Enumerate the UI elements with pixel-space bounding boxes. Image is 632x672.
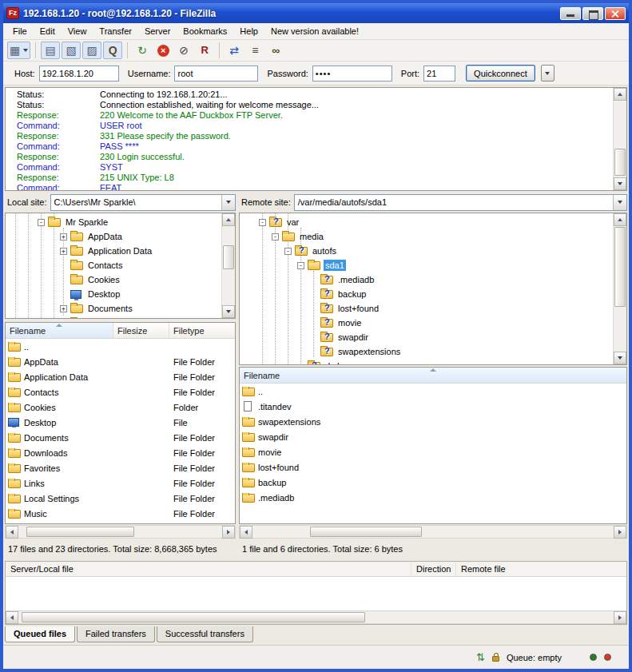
menu-transfer[interactable]: Transfer [93, 25, 138, 38]
tree-item-sda1[interactable]: - sda1 [240, 258, 626, 272]
file-row[interactable]: .. [6, 339, 235, 354]
scroll-up-button[interactable] [614, 88, 626, 101]
file-row[interactable]: Application Data File Folder [6, 369, 235, 384]
horizontal-scrollbar[interactable] [5, 525, 236, 539]
file-row[interactable]: Links File Folder [6, 475, 235, 491]
site-manager-button[interactable]: ▦ [7, 42, 30, 59]
tree-item-var[interactable]: - var [240, 215, 626, 229]
tree-item-movie[interactable]: movie [240, 316, 626, 330]
tree-item-swapdir[interactable]: swapdir [240, 330, 626, 344]
speed-limits-icon[interactable]: ⇅ [476, 651, 485, 663]
file-row[interactable]: .mediadb [240, 490, 626, 505]
collapse-toggle-icon[interactable]: - [272, 233, 279, 241]
column-header-server-local-file[interactable]: Server/Local file [6, 562, 411, 576]
scroll-left-button[interactable] [6, 611, 18, 624]
synchronized-browsing-button[interactable]: ≡ [245, 42, 264, 59]
tree-item-cookies[interactable]: Cookies [6, 272, 235, 287]
column-header-remote-file[interactable]: Remote file [456, 562, 626, 576]
find-files-button[interactable]: ∞ [266, 42, 285, 59]
scroll-down-button[interactable] [614, 177, 626, 190]
refresh-button[interactable]: ↻ [133, 42, 152, 59]
maximize-button[interactable] [582, 7, 603, 20]
quickconnect-dropdown-button[interactable] [541, 65, 554, 82]
file-row[interactable]: Contacts File Folder [6, 384, 235, 400]
file-row[interactable]: Favorites File Folder [6, 460, 235, 475]
tab-failed-transfers[interactable]: Failed transfers [77, 626, 155, 642]
filename-filters-button[interactable]: Q [103, 42, 122, 59]
tree-item-backup[interactable]: backup [240, 287, 626, 301]
tree-item-mr-sparkle[interactable]: - Mr Sparkle [6, 215, 235, 229]
scrollbar-thumb[interactable] [26, 527, 134, 537]
file-row[interactable]: .titandev [240, 399, 626, 414]
scrollbar-thumb[interactable] [614, 149, 626, 176]
menu-file[interactable]: File [6, 25, 34, 38]
scroll-right-button[interactable] [222, 526, 235, 539]
scroll-right-button[interactable] [614, 611, 626, 624]
tab-successful-transfers[interactable]: Successful transfers [157, 626, 253, 642]
expand-toggle-icon[interactable]: + [60, 248, 67, 255]
file-row[interactable]: Cookies Folder [6, 400, 235, 415]
collapse-toggle-icon[interactable]: - [297, 262, 304, 269]
toggle-log-button[interactable]: ▤ [41, 42, 60, 59]
file-row[interactable]: movie [240, 444, 626, 459]
file-row[interactable]: lost+found [240, 459, 626, 475]
combo-dropdown-button[interactable] [221, 195, 235, 210]
disconnect-button[interactable]: ⊘ [174, 42, 193, 59]
horizontal-scrollbar[interactable] [239, 525, 627, 539]
menu-view[interactable]: View [62, 25, 93, 38]
password-input[interactable] [312, 66, 392, 82]
collapse-toggle-icon[interactable]: - [284, 248, 292, 255]
column-header-filesize[interactable]: Filesize [113, 323, 169, 338]
host-input[interactable] [39, 66, 119, 82]
cancel-button[interactable]: × [153, 42, 173, 59]
column-header-direction[interactable]: Direction [411, 562, 456, 576]
file-row[interactable]: swapextensions [240, 414, 626, 429]
tree-item-dvd[interactable]: dvd [240, 359, 626, 365]
tree-item-media[interactable]: - media [240, 229, 626, 244]
menu-bookmarks[interactable]: Bookmarks [177, 25, 233, 38]
scroll-right-button[interactable] [614, 526, 626, 539]
menu-help[interactable]: Help [233, 25, 264, 38]
column-header-filename[interactable]: Filename [6, 323, 113, 338]
close-button[interactable] [605, 7, 626, 20]
menu-server[interactable]: Server [138, 25, 177, 38]
scroll-left-button[interactable] [240, 526, 252, 539]
tree-item-autofs[interactable]: - autofs [240, 244, 626, 258]
port-input[interactable] [423, 66, 455, 82]
tree-item-contacts[interactable]: Contacts [6, 258, 235, 272]
tree-item-desktop[interactable]: Desktop [6, 287, 235, 301]
file-row[interactable]: swapdir [240, 429, 626, 444]
tree-item-swapextensions[interactable]: swapextensions [240, 344, 626, 359]
quickconnect-button[interactable]: Quickconnect [466, 65, 535, 82]
file-row[interactable]: Documents File Folder [6, 430, 235, 445]
column-header-filetype[interactable]: Filetype [169, 323, 235, 338]
scrollbar-thumb[interactable] [310, 527, 422, 537]
expand-toggle-icon[interactable]: + [60, 233, 67, 241]
file-row[interactable]: Local Settings File Folder [6, 491, 235, 506]
combo-dropdown-button[interactable] [613, 195, 626, 210]
local-site-combobox[interactable]: C:\Users\Mr Sparkle\ [50, 194, 236, 211]
menu-edit[interactable]: Edit [34, 25, 62, 38]
file-row[interactable]: Downloads File Folder [6, 445, 235, 460]
file-row[interactable]: AppData File Folder [6, 354, 235, 369]
collapse-toggle-icon[interactable]: - [259, 219, 266, 226]
file-row[interactable]: backup [240, 475, 626, 490]
vertical-scrollbar[interactable] [613, 88, 626, 190]
expand-toggle-icon[interactable]: + [60, 305, 67, 312]
tab-queued-files[interactable]: Queued files [5, 626, 75, 642]
username-input[interactable] [174, 66, 258, 82]
tree-item-downloads[interactable]: + Downloads [6, 316, 235, 319]
collapse-toggle-icon[interactable]: - [38, 219, 45, 226]
tree-item-application-data[interactable]: + Application Data [6, 244, 235, 258]
reconnect-button[interactable]: R [195, 42, 214, 59]
titlebar[interactable]: Fz 192.168.1.20 - root@192.168.1.20 - Fi… [3, 3, 629, 23]
tree-item-documents[interactable]: + Documents [6, 301, 235, 316]
file-row[interactable]: Music File Folder [6, 506, 235, 521]
remote-site-combobox[interactable]: /var/media/autofs/sda1 [294, 194, 627, 211]
tree-item-appdata[interactable]: + AppData [6, 229, 235, 244]
scrollbar-thumb[interactable] [22, 612, 365, 622]
file-row[interactable]: .. [240, 384, 626, 399]
tree-item-mediadb[interactable]: .mediadb [240, 272, 626, 287]
directory-comparison-button[interactable]: ⇄ [225, 42, 244, 59]
scroll-left-button[interactable] [6, 526, 18, 539]
